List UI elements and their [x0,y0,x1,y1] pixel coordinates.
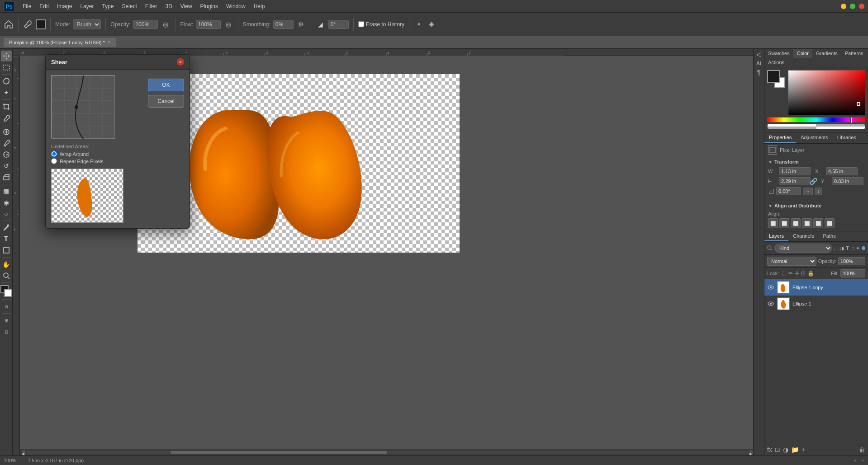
tab-actions[interactable]: Actions [764,58,788,67]
tool-blur[interactable]: ◉ [1,197,12,208]
angle-input[interactable] [328,20,349,29]
document-tab[interactable]: Pumpkin @ 100% (Ellipse 1 copy, RGB/8) *… [4,38,116,47]
menu-3d[interactable]: 3D [161,2,175,11]
tool-clone[interactable] [1,149,12,160]
tool-hand[interactable]: ✋ [1,259,12,270]
settings-icon[interactable]: ⚙ [296,19,306,29]
tool-shape[interactable] [1,245,12,256]
menu-image[interactable]: Image [53,2,76,11]
flip-h-btn[interactable]: ↔ [803,188,813,195]
tab-patterns[interactable]: Patterns [841,49,867,58]
menu-view[interactable]: View [177,2,196,11]
erase-to-history-checkbox[interactable] [358,21,364,27]
extra-icon[interactable]: ❋ [427,19,436,29]
layer-item-ellipse-1[interactable]: Ellipse 1 [764,296,868,312]
tab-properties[interactable]: Properties [764,132,796,143]
background-swatch[interactable] [4,289,12,297]
h-scroll-thumb[interactable] [171,451,387,454]
foreground-color[interactable] [36,19,46,29]
tool-eyedropper[interactable] [1,113,12,123]
angle-prop-input[interactable] [776,187,801,195]
align-distribute-header[interactable]: ▼ Align and Distribute [768,203,864,208]
opacity-input[interactable] [133,20,158,29]
hue-handle[interactable] [850,117,852,123]
tab-swatches[interactable]: Swatches [764,49,793,58]
layer-mask-icon[interactable]: ⊡ [775,446,780,453]
tab-color[interactable]: Color [793,49,812,58]
shear-cancel-btn[interactable]: Cancel [148,95,184,108]
h-input[interactable] [779,177,811,185]
transform-header[interactable]: ▼ Transform [768,159,864,164]
tool-eraser[interactable] [1,172,12,183]
scroll-left-btn[interactable]: ◂ [22,451,25,454]
tool-crop[interactable] [1,101,12,112]
tab-adjustments[interactable]: Adjustments [796,132,833,143]
w-input[interactable] [779,167,811,175]
tab-libraries[interactable]: Libraries [833,132,861,143]
x-input[interactable] [826,167,858,175]
layer-adjust-icon[interactable]: ◑ [783,446,788,453]
tab-paths[interactable]: Paths [819,231,840,241]
tool-zoom[interactable] [1,270,12,281]
repeat-edge-radio[interactable] [51,158,57,164]
color-saturation-value[interactable] [788,70,865,115]
lock-transparency-icon[interactable]: ⬚ [782,270,787,277]
tool-healing[interactable] [1,127,12,137]
tool-pen[interactable] [1,222,12,233]
layer-mode-select[interactable]: Normal [767,257,816,266]
tool-brush[interactable] [1,138,12,149]
opacity-icon[interactable]: ◎ [161,19,171,29]
tab-close-btn[interactable]: × [108,40,110,45]
menu-help[interactable]: Help [250,2,269,11]
shear-grid[interactable] [51,75,114,138]
filter-shape-icon[interactable]: ◻ [850,245,854,251]
scroll-right-btn[interactable]: ▸ [749,451,753,454]
paragraph-icon[interactable]: ¶ [757,69,761,76]
layer-delete-icon[interactable]: 🗑 [859,446,865,453]
filter-smart-icon[interactable]: ✦ [856,245,860,251]
align-top-btn[interactable]: ⬜ [802,218,812,228]
shear-ok-btn[interactable]: OK [148,79,184,91]
menu-type[interactable]: Type [98,2,117,11]
menu-edit[interactable]: Edit [36,2,52,11]
repeat-edge-option[interactable]: Repeat Edge Pixels [51,158,142,164]
alpha-slider[interactable] [767,124,865,129]
layers-kind-filter[interactable]: Kind [774,244,832,253]
filter-text-icon[interactable]: T [846,245,849,251]
lock-artboard-icon[interactable]: ⊡ [801,270,806,277]
flow-input[interactable] [196,20,221,29]
menu-file[interactable]: File [19,2,35,11]
flip-v-btn[interactable]: ↕ [815,188,822,195]
status-scroll-right[interactable]: ▸ [862,457,864,463]
menu-window[interactable]: Window [223,2,249,11]
layer-group-icon[interactable]: 📁 [791,446,799,453]
h-scrollbar[interactable]: ◂ ▸ [20,449,753,455]
tool-marquee-rect[interactable] [1,62,12,73]
tool-magic-wand[interactable]: ✦ [1,87,12,98]
mode-select[interactable]: Brush [73,19,101,29]
hue-slider[interactable] [767,117,865,122]
wrap-around-option[interactable]: Wrap Around [51,151,142,157]
tab-layers[interactable]: Layers [764,231,788,241]
tool-text[interactable]: T [1,234,12,244]
layer-opacity-input[interactable] [838,257,865,265]
align-center-h-btn[interactable]: ⬜ [779,218,789,228]
tab-gradients[interactable]: Gradients [812,49,841,58]
layer-item-ellipse-1-copy[interactable]: Ellipse 1 copy [764,279,868,296]
tool-history[interactable]: ↺ [1,160,12,171]
align-center-v-btn[interactable]: ⬜ [813,218,823,228]
status-scroll-left[interactable]: ◂ [854,457,856,463]
filter-pixel-icon[interactable]: ⬚ [834,245,839,251]
layer-new-icon[interactable]: + [802,446,805,453]
visibility-ellipse-1[interactable] [767,300,774,307]
wrap-around-radio[interactable] [51,151,57,157]
lock-pixels-icon[interactable]: ✏ [788,270,793,277]
tool-lasso[interactable] [1,76,12,87]
link-proportions-icon[interactable]: 🔗 [810,178,817,185]
menu-layer[interactable]: Layer [76,2,97,11]
smoothing-input[interactable] [273,20,294,29]
close-btn[interactable] [859,4,864,9]
tool-quickmask[interactable]: ⊙ [1,301,12,312]
align-right-btn[interactable]: ⬜ [791,218,801,228]
fill-input[interactable] [840,269,865,277]
